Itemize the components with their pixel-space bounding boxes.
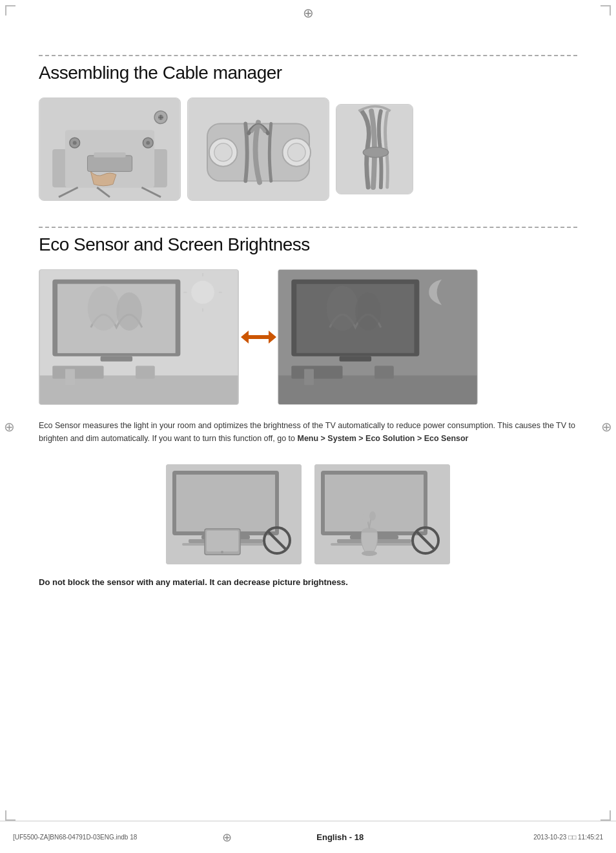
- svg-rect-61: [207, 531, 238, 551]
- svg-rect-39: [65, 369, 75, 385]
- footer-left-text: [UF5500-ZA]BN68-04791D-03ENG.indb 18: [13, 834, 137, 841]
- sensor-images-row: [39, 464, 577, 564]
- svg-point-21: [287, 143, 305, 161]
- cable-images-row: [39, 98, 577, 201]
- svg-point-77: [369, 511, 376, 520]
- corner-mark-tl: [5, 5, 15, 15]
- svg-point-23: [363, 147, 388, 158]
- section-divider-eco: [39, 227, 577, 228]
- cable-image-3: [336, 104, 413, 194]
- page: ⊕ ⊕ ⊕ Assembling the Cable manager: [0, 0, 616, 853]
- eco-menu-path: Menu > System > Eco Solution > Eco Senso…: [297, 434, 468, 443]
- svg-rect-56: [176, 475, 275, 531]
- svg-point-19: [214, 143, 232, 161]
- corner-mark-bl: [5, 810, 15, 821]
- footer-right-text: 2013-10-23 □□ 11:45:21: [533, 834, 603, 841]
- svg-rect-51: [304, 369, 314, 385]
- svg-point-29: [88, 286, 120, 331]
- svg-point-62: [221, 551, 223, 553]
- svg-point-47: [355, 293, 381, 331]
- corner-mark-br: [601, 810, 611, 821]
- cable-image-1: [39, 98, 181, 201]
- svg-rect-40: [136, 366, 155, 379]
- sensor-image-1: [166, 464, 302, 564]
- svg-point-73: [362, 551, 377, 556]
- eco-arrow-icon: [239, 318, 278, 356]
- crosshair-left-icon: ⊕: [4, 419, 15, 435]
- svg-rect-48: [340, 356, 372, 362]
- svg-rect-38: [52, 366, 103, 379]
- page-number: English - 18: [316, 832, 364, 842]
- cable-manager-section: Assembling the Cable manager: [39, 55, 577, 201]
- svg-rect-11: [94, 152, 125, 158]
- sensor-warning-note: Do not block the sensor with any materia…: [39, 577, 577, 587]
- eco-images-row: [39, 269, 577, 405]
- sensor-image-2: [314, 464, 450, 564]
- svg-point-9: [146, 141, 150, 145]
- svg-point-32: [191, 281, 214, 304]
- eco-sensor-section: Eco Sensor and Screen Brightness: [39, 227, 577, 587]
- svg-rect-68: [325, 475, 424, 531]
- svg-rect-31: [101, 356, 133, 362]
- crosshair-top-icon: ⊕: [303, 5, 314, 21]
- eco-image-dim: [278, 269, 478, 405]
- cable-image-2: [187, 98, 329, 201]
- eco-sensor-title: Eco Sensor and Screen Brightness: [39, 234, 577, 255]
- eco-image-bright: [39, 269, 239, 405]
- svg-point-30: [116, 293, 142, 331]
- svg-point-7: [73, 141, 77, 145]
- page-footer: [UF5500-ZA]BN68-04791D-03ENG.indb 18 ⊕ E…: [0, 821, 616, 853]
- crosshair-bottom-icon: ⊕: [222, 830, 232, 845]
- section-divider-cable: [39, 55, 577, 56]
- eco-description: Eco Sensor measures the light in your ro…: [39, 419, 577, 445]
- svg-marker-41: [241, 331, 276, 344]
- cable-manager-title: Assembling the Cable manager: [39, 63, 577, 83]
- svg-rect-52: [375, 366, 394, 379]
- svg-rect-50: [291, 366, 342, 379]
- corner-mark-tr: [601, 5, 611, 15]
- crosshair-right-icon: ⊕: [601, 419, 612, 435]
- svg-rect-10: [87, 156, 132, 172]
- svg-point-75: [362, 512, 370, 522]
- svg-point-46: [327, 286, 359, 331]
